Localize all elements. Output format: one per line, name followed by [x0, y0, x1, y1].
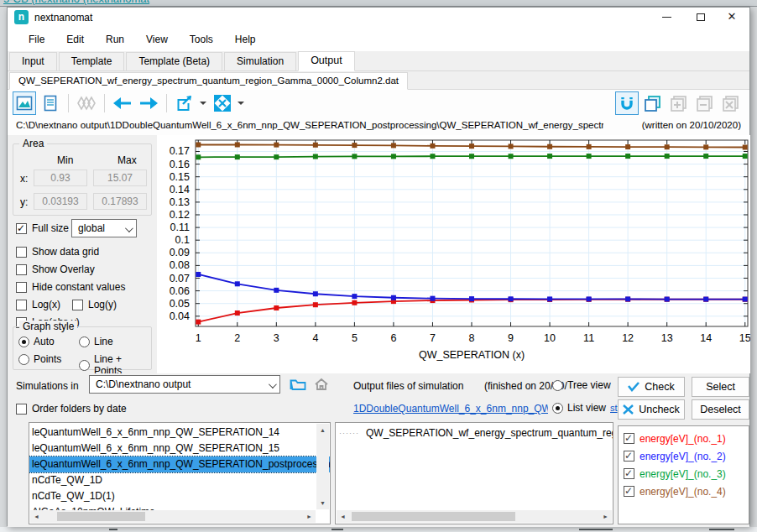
new-window-icon[interactable] — [641, 91, 665, 115]
check-button[interactable]: Check — [618, 377, 685, 397]
home-icon[interactable] — [311, 375, 332, 394]
export-dropdown-caret[interactable] — [200, 102, 206, 105]
nextnanomat-window: n nextnanomat ✕ FileEditRunViewToolsHelp… — [7, 7, 750, 526]
menu-item-view[interactable]: View — [137, 30, 177, 49]
svg-text:8: 8 — [469, 332, 475, 344]
menu-item-edit[interactable]: Edit — [57, 30, 93, 49]
list-view-option[interactable]: List view st — [552, 402, 618, 414]
log-y-checkbox[interactable] — [72, 300, 83, 310]
output-file-item[interactable]: QW_SEPERATION_wf_energy_spectrum_quantum… — [366, 427, 613, 439]
list-view-radio[interactable] — [552, 403, 563, 414]
x-min-field[interactable]: 0.93 — [34, 170, 87, 186]
back-arrow-icon[interactable] — [111, 91, 134, 115]
sim-list-vscrollbar[interactable]: ▲▼ — [316, 424, 329, 509]
line-points-radio[interactable] — [79, 360, 90, 371]
curve-checkbox[interactable] — [624, 468, 634, 479]
tab-input[interactable]: Input — [9, 52, 57, 70]
simulation-link[interactable]: 1DDoubleQuantumWell_6_x_6nm_nnp_QW_SEP — [353, 403, 548, 415]
svg-text:0.15: 0.15 — [170, 171, 190, 183]
curve-checkbox[interactable] — [624, 486, 634, 497]
chart-svg: 1234567891011121314150.040.050.060.070.0… — [157, 135, 750, 373]
svg-text:0.09: 0.09 — [170, 247, 190, 258]
text-view-icon[interactable] — [39, 91, 62, 115]
points-radio[interactable] — [18, 354, 29, 365]
svg-text:0.1: 0.1 — [175, 234, 190, 246]
export-icon[interactable] — [173, 91, 196, 115]
uncheck-icon — [623, 404, 634, 415]
file-tab[interactable]: QW_SEPERATION_wf_energy_spectrum_quantum… — [9, 72, 408, 90]
show-overlay-checkbox[interactable] — [16, 264, 27, 275]
select-button[interactable]: Select — [692, 377, 749, 397]
svg-text:5: 5 — [352, 332, 358, 344]
svg-text:0.14: 0.14 — [170, 184, 190, 196]
plot-options-panel: Area Min Max x: 0.93 15.07 y: 0.03193 0.… — [8, 135, 157, 373]
toolbar-separator — [104, 94, 105, 112]
menu-item-tools[interactable]: Tools — [180, 30, 222, 49]
y-max-field[interactable]: 0.17893 — [93, 193, 147, 210]
tab-template[interactable]: Template — [59, 52, 125, 70]
full-size-checkbox[interactable] — [16, 223, 27, 234]
menu-item-run[interactable]: Run — [97, 30, 133, 49]
line-radio[interactable] — [79, 336, 90, 347]
scope-dropdown[interactable]: global — [71, 219, 137, 237]
x-max-field[interactable]: 15.07 — [93, 170, 147, 186]
curve-label[interactable]: energy[eV]_(no._1) — [640, 433, 726, 445]
tree-hscrollbar[interactable]: ◄► — [337, 510, 612, 523]
y-min-field[interactable]: 0.03193 — [34, 193, 87, 210]
toolbar — [8, 90, 749, 117]
tab-output[interactable]: Output — [298, 51, 355, 71]
output-files-tree[interactable]: ······ QW_SEPERATION_wf_energy_spectrum_… — [335, 422, 613, 524]
show-data-grid-checkbox[interactable] — [16, 247, 27, 258]
tab-template-beta-[interactable]: Template (Beta) — [126, 52, 222, 70]
show-overlay-row: Show Overlay — [16, 263, 95, 275]
curve-checkbox[interactable] — [624, 433, 634, 444]
simulations-folder-dropdown[interactable]: C:\D\nextnano output — [89, 375, 280, 394]
close-button[interactable]: ✕ — [718, 8, 746, 28]
simulations-listbox[interactable]: leQuantumWell_6_x_6nm_nnp_QW_SEPERATION_… — [29, 422, 331, 524]
graph-style-line[interactable]: Line — [79, 336, 113, 347]
minimize-button[interactable] — [652, 8, 681, 28]
svg-text:0.13: 0.13 — [170, 196, 190, 208]
menu-item-file[interactable]: File — [19, 30, 54, 49]
simulation-list-item[interactable]: nCdTe_QW_1D(1) — [29, 488, 330, 504]
chart-view-icon[interactable] — [13, 91, 36, 115]
curve-label[interactable]: energy[eV]_(no._2) — [640, 451, 726, 462]
deselect-button[interactable]: Deselect — [692, 399, 749, 420]
curve-item: energy[eV]_(no._3) — [619, 465, 749, 482]
forward-arrow-icon[interactable] — [137, 91, 160, 115]
log-y-label: Log(y) — [88, 299, 117, 310]
hide-constant-checkbox[interactable] — [16, 282, 27, 293]
fullscreen-icon[interactable] — [211, 91, 234, 115]
graph-style-points[interactable]: Points — [18, 353, 61, 365]
log-x-checkbox[interactable] — [16, 300, 27, 310]
maximize-button[interactable] — [687, 8, 715, 28]
curve-selection-panel[interactable]: energy[eV]_(no._1)energy[eV]_(no._2)ener… — [618, 425, 749, 524]
curve-item: energy[eV]_(no._1) — [619, 430, 749, 447]
simulation-list-item[interactable]: nCdTe_QW_1D — [29, 472, 330, 488]
tree-view-radio[interactable] — [552, 380, 563, 391]
simulation-list-item[interactable]: leQuantumWell_6_x_6nm_nnp_QW_SEPERATION_… — [29, 456, 330, 472]
add-overlay-icon — [667, 91, 691, 115]
simulation-list-item[interactable]: leQuantumWell_6_x_6nm_nnp_QW_SEPERATION_… — [29, 441, 330, 456]
tree-view-label: Tree view — [567, 379, 611, 391]
magnet-icon[interactable] — [615, 91, 639, 115]
max-header: Max — [117, 154, 137, 166]
curve-label[interactable]: energy[eV]_(no._4) — [640, 486, 726, 498]
energy-spectrum-chart[interactable]: 1234567891011121314150.040.050.060.070.0… — [157, 135, 750, 373]
order-by-date-checkbox[interactable] — [16, 404, 27, 415]
svg-text:6: 6 — [390, 332, 396, 344]
fullscreen-dropdown-caret[interactable] — [238, 102, 244, 105]
simulation-list-item[interactable]: leQuantumWell_6_x_6nm_nnp_QW_SEPERATION_… — [29, 425, 330, 441]
uncheck-button[interactable]: Uncheck — [618, 399, 685, 420]
curve-label[interactable]: energy[eV]_(no._3) — [640, 468, 726, 480]
sim-list-hscrollbar[interactable]: ◄► — [30, 510, 316, 523]
menu-item-help[interactable]: Help — [226, 30, 265, 49]
tree-view-option[interactable]: Tree view — [552, 379, 611, 391]
background-window-bottom-strip — [0, 527, 757, 532]
open-folder-icon[interactable] — [288, 375, 308, 394]
title-bar[interactable]: n nextnanomat ✕ — [8, 8, 749, 28]
curve-checkbox[interactable] — [624, 451, 634, 462]
graph-style-auto[interactable]: Auto — [18, 336, 55, 347]
tab-simulation[interactable]: Simulation — [224, 52, 296, 70]
auto-radio[interactable] — [18, 336, 29, 347]
